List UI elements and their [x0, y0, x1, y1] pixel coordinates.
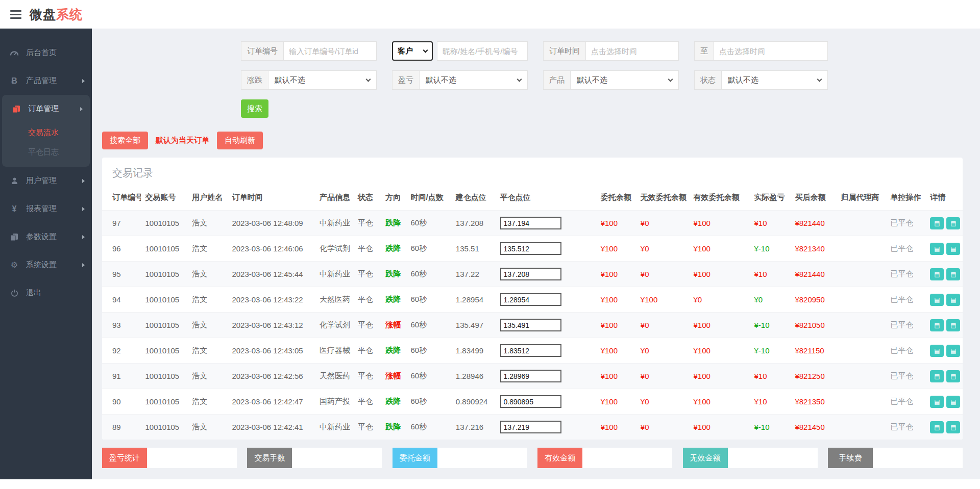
order-no-label: 订单编号 [241, 41, 283, 61]
menu-toggle-icon[interactable] [10, 10, 21, 19]
customer-type-select[interactable]: 客户 [392, 41, 433, 61]
agent-cell [837, 236, 886, 262]
time-cell: 2023-03-06 12:43:12 [228, 313, 315, 338]
profit-select[interactable]: 默认不选 [419, 70, 528, 90]
col-direction: 方向 [381, 187, 406, 211]
sidebar-item-params[interactable]: 参数设置 [0, 223, 92, 251]
updown-select[interactable]: 默认不选 [268, 70, 377, 90]
sidebar-item-users[interactable]: 用户管理 [0, 167, 92, 195]
detail-cell: ▤▤ [926, 364, 963, 389]
close-price-input[interactable] [500, 319, 561, 331]
order-time-start-input[interactable] [585, 41, 679, 61]
col-after: 买后余额 [791, 187, 837, 211]
control-cell: 已平仓 [886, 262, 926, 287]
invalid-value: ¥0 [641, 321, 649, 329]
chevron-right-icon [82, 263, 85, 267]
detail-button-2[interactable]: ▤ [946, 370, 960, 382]
detail-button-1[interactable]: ▤ [930, 345, 944, 357]
summary-value-input[interactable] [437, 448, 527, 468]
summary-label: 有效金额 [537, 448, 582, 468]
valid-cell: ¥100 [690, 236, 750, 262]
sidebar-item-logout[interactable]: 退出 [0, 279, 92, 307]
close-price-input[interactable] [500, 268, 561, 280]
sidebar-item-dashboard[interactable]: 后台首页 [0, 39, 92, 67]
product-cell: 中新药业 [315, 415, 354, 440]
detail-button-1[interactable]: ▤ [930, 396, 944, 408]
col-invalid: 无效委托余额 [636, 187, 690, 211]
after-cell: ¥821340 [791, 236, 837, 262]
detail-button-2[interactable]: ▤ [946, 421, 960, 433]
status-cell: 平仓 [354, 338, 381, 364]
account-cell: 10010105 [141, 313, 188, 338]
duration-cell: 60秒 [406, 389, 451, 415]
id-cell: 91 [102, 364, 141, 389]
open-cell: 1.28954 [452, 287, 496, 313]
close-cell [496, 364, 597, 389]
detail-button-1[interactable]: ▤ [930, 294, 944, 306]
invalid-cell: ¥0 [636, 415, 690, 440]
gear-icon: ⚙ [9, 260, 19, 270]
summary-value-input[interactable] [582, 448, 672, 468]
detail-button-1[interactable]: ▤ [930, 421, 944, 433]
profit-value: ¥10 [754, 219, 767, 227]
open-cell: 0.890924 [452, 389, 496, 415]
summary-value-input[interactable] [292, 448, 382, 468]
status-select[interactable]: 默认不选 [721, 70, 828, 90]
table-row: 9210010105浩文2023-03-06 12:43:05医疗器械平仓跌降6… [102, 338, 963, 364]
order-time-label: 订单时间 [543, 41, 585, 61]
sidebar-item-products[interactable]: Ƀ 产品管理 [0, 67, 92, 95]
auto-refresh-button[interactable]: 自动刷新 [217, 132, 263, 149]
search-all-button[interactable]: 搜索全部 [102, 132, 148, 149]
order-time-end-input[interactable] [714, 41, 828, 61]
detail-button-1[interactable]: ▤ [930, 268, 944, 280]
close-price-input[interactable] [500, 242, 561, 255]
close-price-input[interactable] [500, 395, 561, 408]
summary-value-input[interactable] [728, 448, 818, 468]
account-cell: 10010105 [141, 211, 188, 236]
detail-button-1[interactable]: ▤ [930, 217, 944, 229]
detail-button-1[interactable]: ▤ [930, 370, 944, 382]
sidebar-item-system[interactable]: ⚙ 系统设置 [0, 251, 92, 279]
close-price-input[interactable] [500, 344, 561, 357]
close-price-input[interactable] [500, 370, 561, 382]
detail-button-1[interactable]: ▤ [930, 243, 944, 255]
account-cell: 10010105 [141, 287, 188, 313]
col-entrust: 委托余额 [597, 187, 636, 211]
sidebar-item-reports[interactable]: ¥ 报表管理 [0, 195, 92, 223]
customer-input[interactable] [437, 41, 528, 61]
detail-button-2[interactable]: ▤ [946, 396, 960, 408]
detail-button-2[interactable]: ▤ [946, 319, 960, 331]
detail-cell: ▤▤ [926, 389, 963, 415]
detail-button-1[interactable]: ▤ [930, 319, 944, 331]
detail-button-2[interactable]: ▤ [946, 217, 960, 229]
direction-value: 跌降 [385, 346, 401, 354]
entrust-value: ¥100 [601, 346, 618, 355]
search-button[interactable]: 搜索 [241, 99, 268, 118]
summary-value-input[interactable] [147, 448, 237, 468]
sidebar-item-orders[interactable]: 订单管理 [2, 95, 90, 123]
order-no-input[interactable] [283, 41, 377, 61]
summary-value-input[interactable] [873, 448, 963, 468]
detail-button-2[interactable]: ▤ [946, 268, 960, 280]
detail-button-2[interactable]: ▤ [946, 243, 960, 255]
after-value: ¥821440 [795, 270, 824, 278]
table-icon: ▤ [950, 424, 956, 430]
valid-value: ¥100 [694, 270, 710, 278]
after-value: ¥821150 [795, 346, 824, 355]
account-cell: 10010105 [141, 262, 188, 287]
detail-button-2[interactable]: ▤ [946, 345, 960, 357]
product-select[interactable]: 默认不选 [570, 70, 679, 90]
table-icon: ▤ [934, 373, 940, 379]
close-price-input[interactable] [500, 421, 561, 433]
profit-value: ¥0 [754, 295, 763, 304]
sidebar-item-close-log[interactable]: 平仓日志 [2, 142, 90, 162]
chevron-down-icon [423, 47, 428, 53]
table-icon: ▤ [950, 322, 956, 328]
sidebar-item-trade-flow[interactable]: 交易流水 [2, 123, 90, 142]
name-cell: 浩文 [188, 313, 228, 338]
after-cell: ¥821150 [791, 338, 837, 364]
close-price-input[interactable] [500, 293, 561, 306]
close-price-input[interactable] [500, 217, 561, 229]
after-value: ¥821350 [795, 397, 824, 406]
detail-button-2[interactable]: ▤ [946, 294, 960, 306]
